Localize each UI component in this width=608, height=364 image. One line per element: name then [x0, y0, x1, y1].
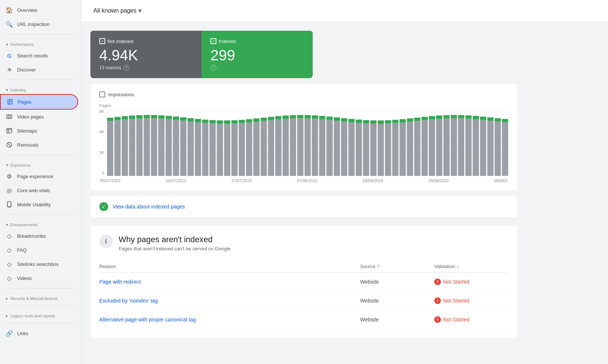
validation-text-0: Not Started: [443, 279, 469, 285]
svg-rect-57: [253, 122, 260, 176]
svg-rect-73: [312, 118, 318, 176]
svg-rect-59: [261, 121, 267, 176]
svg-rect-43: [202, 123, 209, 176]
chart-x-label-5: 29/08/2023: [428, 178, 449, 183]
svg-rect-124: [495, 118, 501, 121]
svg-rect-75: [319, 119, 326, 176]
sidebar-item-faq[interactable]: ◇ FAQ: [0, 243, 78, 257]
sidebar-item-video-pages[interactable]: Video pages: [0, 110, 78, 124]
svg-rect-64: [275, 116, 282, 120]
svg-rect-88: [363, 120, 369, 123]
chart-section: Impressions Pages 6K 4K 2K 0: [90, 84, 517, 190]
svg-rect-111: [451, 118, 457, 176]
removals-icon: [6, 141, 13, 148]
indexed-value: 299: [210, 47, 304, 63]
svg-rect-4: [7, 115, 11, 119]
sidebar-item-sitemaps[interactable]: Sitemaps: [0, 124, 78, 138]
indexed-help-icon[interactable]: ?: [210, 65, 216, 71]
page-selector[interactable]: All known pages ▾: [90, 4, 144, 17]
header-validation[interactable]: Validation ↓: [434, 263, 508, 269]
reason-canonical[interactable]: Alternative page with proper canonical t…: [99, 317, 360, 323]
sidebar-item-pages[interactable]: Pages: [0, 94, 78, 110]
sidebar-item-url-inspection[interactable]: 🔍 URL inspection: [0, 17, 78, 31]
sidebar-label-removals: Removals: [17, 142, 39, 148]
section-label-indexing: Indexing: [10, 88, 26, 92]
links-icon: 🔗: [6, 330, 13, 337]
not-indexed-sub: 13 reasons ?: [99, 65, 193, 71]
svg-rect-18: [107, 118, 113, 121]
indexed-checkbox[interactable]: ✓: [210, 38, 216, 44]
mobile-usability-icon: [6, 201, 13, 208]
sidebar-item-sitelinks-searchbox[interactable]: ◇ Sitelinks searchbox: [0, 257, 78, 271]
impressions-checkbox[interactable]: Impressions: [99, 91, 508, 97]
svg-rect-66: [283, 116, 289, 119]
chevron-icon-enhancements: ▾: [6, 222, 8, 227]
svg-rect-85: [356, 123, 362, 176]
divider-4: [6, 214, 75, 215]
sidebar-item-videos[interactable]: ◇ Videos: [0, 271, 78, 285]
reason-page-redirect[interactable]: Page with redirect: [99, 279, 360, 285]
chevron-icon-experience: ▾: [6, 163, 8, 168]
header-reason-label: Reason: [99, 264, 116, 269]
svg-rect-30: [151, 115, 157, 118]
svg-rect-58: [253, 118, 260, 122]
svg-rect-33: [166, 119, 172, 176]
section-security[interactable]: ▸ Security & Manual Actions: [0, 291, 81, 303]
table-row: Alternative page with proper canonical t…: [99, 310, 508, 329]
svg-rect-123: [495, 121, 501, 176]
page-content: ✓ Not indexed 4.94K 13 reasons ? ✓ Index…: [82, 22, 526, 347]
not-indexed-value: 4.94K: [99, 47, 193, 63]
chart-svg: // We'll generate these in the SVG inlin…: [107, 109, 508, 176]
impressions-cb[interactable]: [99, 91, 105, 97]
sidebar-item-mobile-usability[interactable]: Mobile Usability: [0, 197, 78, 211]
sidebar-item-overview[interactable]: 🏠 Overview: [0, 3, 78, 17]
divider-2: [6, 80, 75, 80]
svg-rect-69: [298, 118, 304, 176]
not-indexed-checkbox[interactable]: ✓: [99, 38, 105, 44]
svg-rect-60: [261, 118, 267, 121]
sidebar-item-page-experience[interactable]: ⚙ Page experience: [0, 169, 78, 183]
not-indexed-label: Not indexed: [107, 39, 133, 44]
why-title: Why pages aren't indexed: [119, 235, 230, 244]
svg-rect-29: [151, 118, 157, 176]
sidebar-item-discover[interactable]: ✳ Discover: [0, 63, 78, 77]
chart-x-label-4: 18/08/2023: [363, 178, 383, 183]
svg-rect-47: [217, 124, 223, 176]
chevron-icon: ▾: [6, 42, 8, 47]
sidebar-item-core-web-vitals[interactable]: ◎ Core web vitals: [0, 183, 78, 197]
page-selector-label: All known pages: [93, 7, 137, 14]
svg-rect-97: [400, 123, 406, 176]
indexed-header: ✓ Indexed: [210, 38, 304, 44]
validation-badge-0: ! Not Started: [434, 278, 508, 285]
sidebar-item-search-results[interactable]: G Search results: [0, 49, 78, 63]
svg-rect-77: [327, 120, 333, 176]
validation-text-2: Not Started: [443, 317, 469, 323]
page-experience-icon: ⚙: [6, 173, 13, 180]
svg-rect-90: [371, 120, 377, 124]
sidebar-label-overview: Overview: [17, 7, 37, 13]
not-indexed-help-icon[interactable]: ?: [123, 65, 129, 71]
source-help-icon[interactable]: ?: [377, 264, 379, 269]
core-web-vitals-icon: ◎: [6, 187, 13, 194]
reason-noindex[interactable]: Excluded by 'noindex' tag: [99, 298, 360, 304]
why-subtitle: Pages that aren't indexed can't be serve…: [119, 246, 230, 251]
svg-rect-105: [429, 119, 435, 176]
search-icon: 🔍: [6, 21, 13, 27]
view-data-card[interactable]: ✓ View data about indexed pages: [90, 196, 517, 217]
sitelinks-searchbox-icon: ◇: [6, 261, 13, 267]
sidebar-label-faq: FAQ: [17, 247, 27, 253]
sidebar-item-breadcrumbs[interactable]: ◇ Breadcrumbs: [0, 229, 78, 243]
header-source-label: Source: [360, 264, 375, 269]
section-legacy[interactable]: ▸ Legacy tools and reports: [0, 309, 81, 320]
svg-rect-116: [465, 116, 472, 119]
svg-rect-106: [429, 116, 435, 119]
svg-rect-20: [114, 117, 121, 120]
svg-rect-55: [246, 123, 252, 176]
svg-rect-81: [341, 121, 348, 176]
svg-rect-46: [210, 120, 216, 123]
sidebar-item-removals[interactable]: Removals: [0, 138, 78, 152]
svg-rect-48: [217, 120, 223, 124]
svg-rect-21: [122, 120, 128, 176]
svg-rect-65: [283, 119, 289, 176]
sidebar-item-links[interactable]: 🔗 Links: [0, 326, 78, 340]
